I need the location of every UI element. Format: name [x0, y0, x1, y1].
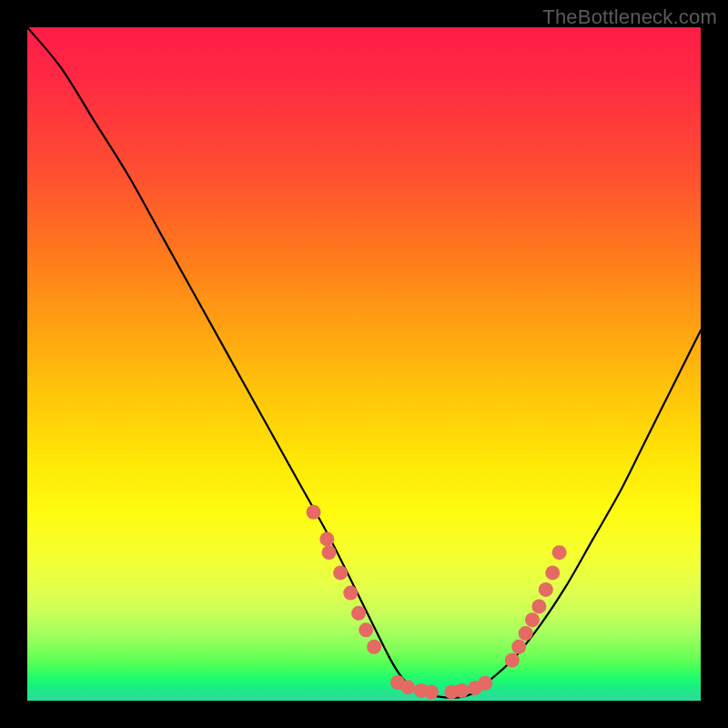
data-marker — [519, 626, 533, 641]
marker-group — [307, 505, 567, 700]
data-marker — [552, 545, 567, 560]
data-marker — [525, 612, 540, 627]
data-marker — [545, 565, 560, 580]
chart-frame: TheBottleneck.com — [0, 0, 728, 728]
data-marker — [454, 683, 469, 698]
data-marker — [333, 565, 348, 580]
data-marker — [424, 684, 439, 699]
data-marker — [307, 505, 321, 520]
data-marker — [400, 680, 415, 694]
bottleneck-curve-svg — [27, 27, 701, 701]
data-marker — [319, 531, 334, 546]
data-marker — [359, 622, 373, 637]
data-marker — [351, 606, 366, 621]
data-marker — [539, 582, 553, 597]
data-marker — [511, 640, 526, 654]
data-marker — [343, 586, 358, 601]
curve-group — [27, 27, 701, 698]
data-marker — [531, 599, 546, 613]
data-marker — [322, 545, 337, 560]
plot-area — [27, 27, 701, 701]
bottleneck-curve — [27, 27, 701, 698]
data-marker — [478, 676, 492, 691]
data-marker — [367, 640, 381, 654]
data-marker — [505, 653, 520, 668]
attribution-text: TheBottleneck.com — [542, 5, 717, 29]
